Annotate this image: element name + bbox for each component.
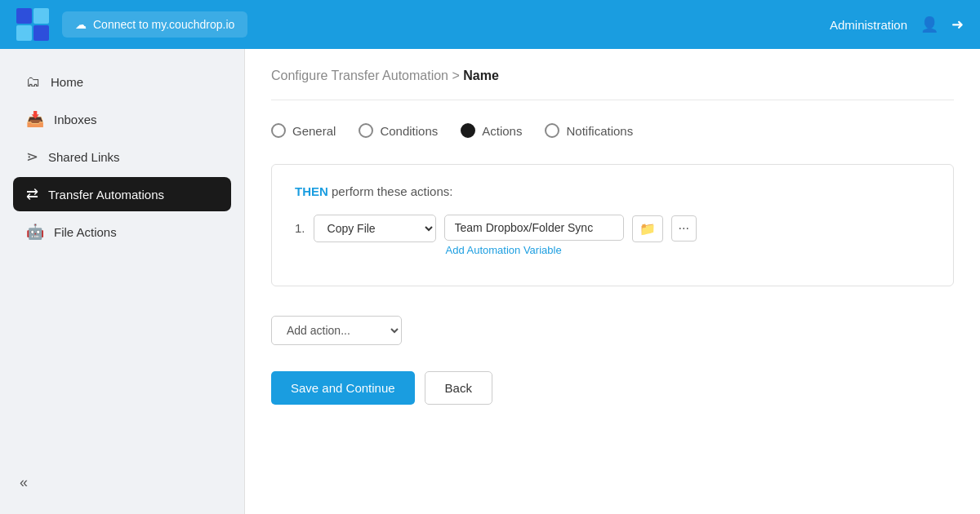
step-circle-actions bbox=[461, 123, 475, 138]
breadcrumb-current: Name bbox=[463, 69, 499, 82]
action-type-select[interactable]: Copy File Move File Delete File Rename F… bbox=[314, 215, 436, 242]
then-keyword: THEN bbox=[295, 184, 328, 198]
logout-icon[interactable]: ➜ bbox=[951, 16, 964, 33]
sidebar-item-file-actions[interactable]: 🤖 File Actions bbox=[13, 215, 231, 249]
action-row-1: 1. Copy File Move File Delete File Renam… bbox=[295, 215, 930, 256]
folder-browse-button[interactable]: 📁 bbox=[632, 215, 663, 242]
step-label-general: General bbox=[292, 124, 336, 138]
share-icon: ⋗ bbox=[26, 148, 38, 166]
step-general[interactable]: General bbox=[271, 123, 336, 138]
then-suffix: perform these actions: bbox=[328, 184, 453, 198]
app-header: ☁ Connect to my.couchdrop.io Administrat… bbox=[0, 0, 980, 49]
automation-icon: ⇄ bbox=[26, 185, 38, 203]
main-content: Configure Transfer Automation > Name Gen… bbox=[245, 49, 980, 514]
collapse-button[interactable]: « bbox=[13, 467, 34, 498]
inbox-icon: 📥 bbox=[26, 110, 44, 128]
step-actions[interactable]: Actions bbox=[461, 123, 522, 138]
sidebar-item-label: File Actions bbox=[54, 225, 117, 239]
destination-col: Add Automation Variable bbox=[444, 215, 624, 256]
then-text: THEN perform these actions: bbox=[295, 184, 930, 198]
sidebar-item-label: Shared Links bbox=[48, 150, 120, 164]
more-options-button[interactable]: ··· bbox=[671, 215, 697, 241]
home-icon: 🗂 bbox=[26, 73, 41, 91]
save-continue-button[interactable]: Save and Continue bbox=[271, 371, 415, 405]
sidebar-item-label: Inboxes bbox=[54, 113, 97, 126]
steps-nav: General Conditions Actions Notifications bbox=[271, 123, 954, 138]
sidebar-bottom: « bbox=[13, 467, 231, 498]
sidebar-item-label: Home bbox=[51, 75, 83, 89]
actions-box: THEN perform these actions: 1. Copy File… bbox=[271, 164, 954, 286]
step-label-conditions: Conditions bbox=[380, 124, 438, 138]
sidebar-item-home[interactable]: 🗂 Home bbox=[13, 65, 231, 99]
ellipsis-icon: ··· bbox=[679, 221, 689, 235]
cloud-icon: ☁ bbox=[75, 18, 87, 31]
header-right: Administration 👤 ➜ bbox=[830, 16, 964, 33]
breadcrumb-prefix: Configure Transfer Automation > bbox=[271, 69, 463, 82]
connect-label: Connect to my.couchdrop.io bbox=[93, 18, 234, 31]
add-action-wrapper: Add action... bbox=[271, 309, 954, 345]
connect-button[interactable]: ☁ Connect to my.couchdrop.io bbox=[62, 11, 247, 38]
step-notifications[interactable]: Notifications bbox=[545, 123, 633, 138]
sidebar: 🗂 Home 📥 Inboxes ⋗ Shared Links ⇄ Transf… bbox=[0, 49, 245, 514]
header-left: ☁ Connect to my.couchdrop.io bbox=[16, 8, 247, 41]
sidebar-item-shared-links[interactable]: ⋗ Shared Links bbox=[13, 140, 231, 174]
step-label-actions: Actions bbox=[482, 124, 522, 138]
add-action-select[interactable]: Add action... bbox=[271, 316, 402, 345]
sidebar-item-inboxes[interactable]: 📥 Inboxes bbox=[13, 102, 231, 136]
user-icon[interactable]: 👤 bbox=[920, 16, 938, 33]
admin-label: Administration bbox=[830, 18, 907, 32]
step-circle-conditions bbox=[359, 123, 373, 138]
step-circle-general bbox=[271, 123, 286, 138]
add-variable-link[interactable]: Add Automation Variable bbox=[444, 244, 624, 256]
sidebar-item-label: Transfer Automations bbox=[48, 188, 164, 202]
step-circle-notifications bbox=[545, 123, 559, 138]
step-label-notifications: Notifications bbox=[566, 124, 633, 138]
destination-input[interactable] bbox=[444, 215, 624, 241]
step-conditions[interactable]: Conditions bbox=[359, 123, 438, 138]
back-button[interactable]: Back bbox=[425, 371, 492, 405]
folder-icon: 📁 bbox=[639, 222, 656, 236]
main-layout: 🗂 Home 📥 Inboxes ⋗ Shared Links ⇄ Transf… bbox=[0, 49, 980, 514]
divider bbox=[271, 100, 954, 100]
bottom-buttons: Save and Continue Back bbox=[271, 371, 954, 405]
breadcrumb: Configure Transfer Automation > Name bbox=[271, 69, 954, 83]
action-number: 1. bbox=[295, 221, 305, 235]
robot-icon: 🤖 bbox=[26, 223, 44, 241]
logo-icon bbox=[16, 8, 49, 41]
sidebar-item-transfer-automations[interactable]: ⇄ Transfer Automations bbox=[13, 177, 231, 211]
